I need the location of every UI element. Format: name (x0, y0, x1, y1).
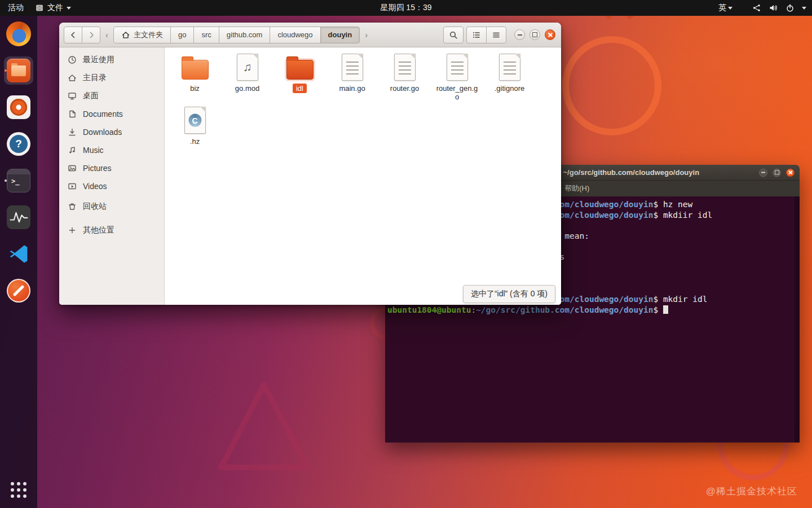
system-monitor-icon (7, 205, 30, 229)
files-header-bar[interactable]: ‹ 主文件夹 go src github.com cloudwego douyi… (59, 23, 561, 47)
firefox-icon (6, 21, 31, 46)
sidebar-item-pictures[interactable]: Pictures (59, 159, 164, 177)
chevron-down-icon (728, 7, 732, 10)
hz-file-icon (184, 107, 206, 134)
files-sidebar: 最近使用 主目录 桌面 Documents Downloads (59, 47, 165, 305)
home-icon (121, 30, 130, 40)
dock-item-vscode[interactable] (4, 240, 33, 268)
dock-item-files[interactable] (4, 56, 33, 85)
downloads-icon (68, 128, 77, 137)
sidebar-item-music[interactable]: Music (59, 141, 164, 159)
top-bar: 活动 文件 星期四 15：39 英 (0, 0, 812, 16)
dock-item-system-monitor[interactable] (4, 203, 33, 231)
back-button[interactable] (64, 27, 82, 43)
file-item-idl-selected[interactable]: idl (273, 50, 326, 103)
app-menu[interactable]: 文件 (35, 3, 71, 13)
sidebar-item-videos[interactable]: Videos (59, 177, 164, 195)
text-file-icon (394, 54, 416, 81)
sidebar-item-documents[interactable]: Documents (59, 105, 164, 123)
terminal-prompt-line: ubuntu1804@ubuntu:~/go/src/github.com/cl… (387, 305, 798, 316)
hamburger-icon (492, 30, 501, 40)
files-icon (7, 59, 30, 82)
files-maximize-button[interactable] (529, 29, 540, 40)
breadcrumb-src[interactable]: src (193, 27, 219, 43)
help-icon (7, 132, 30, 156)
dock (0, 16, 37, 508)
window-menu-button[interactable] (486, 27, 506, 43)
terminal-cursor (663, 305, 668, 314)
input-method-indicator[interactable]: 英 (718, 3, 732, 13)
show-applications-button[interactable] (7, 479, 30, 501)
path-scroll-left-icon[interactable]: ‹ (103, 30, 111, 40)
breadcrumb-cloudwego[interactable]: cloudwego (270, 27, 320, 43)
file-item-biz[interactable]: biz (169, 50, 221, 103)
pictures-icon (68, 164, 77, 173)
search-icon (449, 30, 458, 40)
forward-button[interactable] (82, 27, 100, 43)
running-indicator (5, 69, 7, 72)
activities-button[interactable]: 活动 (8, 3, 24, 13)
sidebar-item-home[interactable]: 主目录 (59, 69, 164, 87)
terminal-menu-help[interactable]: 帮助(H) (559, 183, 594, 194)
breadcrumb: 主文件夹 go src github.com cloudwego douyin (113, 27, 360, 43)
dock-item-firefox[interactable] (4, 20, 33, 48)
chevron-down-icon (67, 7, 71, 10)
file-item-main-go[interactable]: main.go (326, 50, 378, 103)
file-item-go-mod[interactable]: go.mod (221, 50, 273, 103)
folder-icon (182, 60, 209, 80)
recent-icon (68, 55, 77, 64)
volume-icon (769, 3, 778, 12)
clock[interactable]: 星期四 15：39 (0, 3, 812, 13)
view-toggle-button[interactable] (466, 27, 487, 43)
files-app-icon (35, 3, 44, 12)
breadcrumb-go[interactable]: go (170, 27, 194, 43)
breadcrumb-github[interactable]: github.com (219, 27, 271, 43)
breadcrumb-douyin-current[interactable]: douyin (320, 27, 360, 43)
desktop: @稀土掘金技术社区 ubuntu1804@ubuntu: ~/go/src/gi… (0, 0, 812, 508)
home-icon (68, 73, 77, 82)
sidebar-item-recent[interactable]: 最近使用 (59, 51, 164, 69)
files-content-area[interactable]: biz go.mod idl main.go (165, 47, 561, 305)
sidebar-item-desktop[interactable]: 桌面 (59, 87, 164, 105)
file-item-gitignore[interactable]: .gitignore (483, 50, 536, 103)
breadcrumb-home[interactable]: 主文件夹 (113, 27, 171, 43)
chevron-down-icon (802, 7, 806, 10)
sidebar-item-trash[interactable]: 回收站 (59, 198, 164, 216)
search-button[interactable] (443, 27, 464, 43)
file-grid: biz go.mod idl main.go (169, 50, 539, 156)
path-scroll-right-icon[interactable]: › (363, 30, 370, 40)
sidebar-item-other-locations[interactable]: 其他位置 (59, 221, 164, 239)
vscode-icon (6, 242, 31, 266)
text-file-icon (342, 54, 363, 81)
terminal-close-button[interactable] (786, 168, 795, 177)
music-icon (68, 146, 77, 155)
file-item-hz[interactable]: .hz (169, 103, 221, 156)
terminal-scrollbar[interactable] (795, 196, 800, 443)
list-view-icon (472, 30, 481, 40)
dock-item-pen-app[interactable] (4, 277, 33, 305)
documents-icon (68, 110, 77, 119)
rhythmbox-icon (7, 95, 30, 119)
pen-app-icon (7, 279, 30, 303)
watermark: @稀土掘金技术社区 (706, 485, 797, 498)
terminal-icon (7, 169, 30, 192)
sidebar-item-downloads[interactable]: Downloads (59, 123, 164, 141)
power-icon (785, 3, 795, 12)
dock-item-rhythmbox[interactable] (4, 93, 33, 121)
audio-file-icon (237, 54, 258, 81)
terminal-minimize-button[interactable] (759, 168, 767, 177)
file-item-router-go[interactable]: router.go (378, 50, 431, 103)
terminal-maximize-button[interactable] (773, 168, 781, 177)
folder-icon-selected (286, 60, 314, 80)
add-icon (68, 226, 77, 235)
dock-item-help[interactable] (4, 130, 33, 158)
files-close-button[interactable] (545, 29, 555, 40)
system-tray[interactable]: 英 (718, 3, 806, 13)
files-minimize-button[interactable] (514, 29, 525, 40)
selection-status-tooltip: 选中了“idl” (含有 0 项) (463, 285, 555, 303)
dock-item-terminal[interactable] (4, 167, 33, 195)
file-item-router-gen-go[interactable]: router_gen.go (431, 50, 483, 103)
network-icon (752, 3, 761, 12)
text-file-icon (499, 54, 520, 81)
videos-icon (68, 182, 77, 191)
